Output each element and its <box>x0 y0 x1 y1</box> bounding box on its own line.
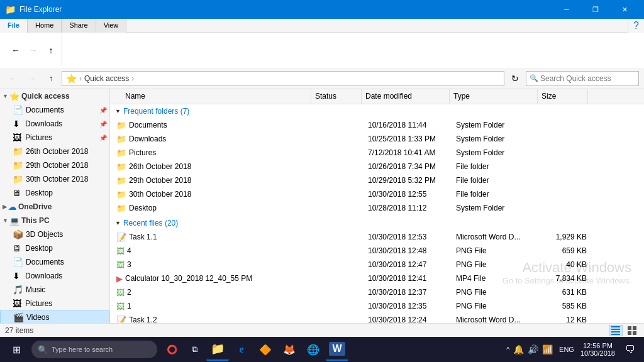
tab-home[interactable]: Home <box>28 19 62 33</box>
sidebar-label-pictures2: Pictures <box>25 299 52 308</box>
taskbar-edge[interactable]: e <box>230 338 253 361</box>
col-header-type[interactable]: Type <box>450 89 538 104</box>
sidebar-section-thispc[interactable]: ▼ 💻 This PC <box>0 214 109 228</box>
file-type: System Folder <box>452 121 540 129</box>
close-button[interactable]: ✕ <box>610 0 639 19</box>
back-button[interactable]: ← <box>8 42 24 58</box>
taskbar-search-label: Type here to search <box>52 346 113 353</box>
col-header-date[interactable]: Date modified <box>362 89 450 104</box>
task-view-button[interactable]: ⧉ <box>184 338 205 361</box>
file-type-icon: 📁 <box>116 190 126 199</box>
tab-view[interactable]: View <box>96 19 127 33</box>
taskbar-search[interactable]: 🔍 Type here to search <box>31 341 157 358</box>
file-name-cell: 📁 26th October 2018 <box>113 162 314 172</box>
view-large-icons-button[interactable] <box>625 325 639 336</box>
tray-volume-icon[interactable]: 🔊 <box>528 344 538 354</box>
list-item[interactable]: 🖼 4 10/30/2018 12:48 PNG File 659 KB <box>110 244 644 258</box>
list-item[interactable]: 🖼 3 10/30/2018 12:47 PNG File 40 KB <box>110 258 644 272</box>
list-item[interactable]: 📁 30th October 2018 10/30/2018 12:55 Fil… <box>110 187 644 201</box>
file-date: 10/16/2018 11:44 <box>364 121 452 129</box>
sidebar-section-onedrive[interactable]: ▶ ☁ OneDrive <box>0 200 109 214</box>
sidebar-item-music[interactable]: 🎵 Music <box>0 283 109 297</box>
tray-notification-icon[interactable]: 🔔 <box>513 344 524 354</box>
tab-file[interactable]: File <box>0 19 28 33</box>
list-item[interactable]: 📁 Documents 10/16/2018 11:44 System Fold… <box>110 118 644 132</box>
sidebar-item-desktop[interactable]: 🖥 Desktop <box>0 186 109 200</box>
sidebar-item-downloads[interactable]: ⬇ Downloads 📌 <box>0 117 109 131</box>
col-header-name[interactable]: Name <box>110 89 311 104</box>
group-expand-icon-recent[interactable]: ▼ <box>115 220 121 226</box>
refresh-button[interactable]: ↻ <box>507 70 523 87</box>
tray-lang[interactable]: ENG <box>559 346 574 353</box>
sidebar-item-pictures2[interactable]: 🖼 Pictures <box>0 297 109 310</box>
sidebar-label-videos: Videos <box>26 313 49 322</box>
taskbar-vlc[interactable]: 🔶 <box>254 338 277 361</box>
sidebar-item-3dobjects[interactable]: 📦 3D Objects <box>0 228 109 241</box>
list-item[interactable]: 🖼 1 10/30/2018 12:35 PNG File 585 KB <box>110 299 644 313</box>
file-date: 10/28/2018 11:12 <box>364 204 452 212</box>
minimize-button[interactable]: ─ <box>552 0 581 19</box>
maximize-button[interactable]: ❐ <box>581 0 610 19</box>
sidebar-item-documents2[interactable]: 📄 Documents <box>0 255 109 269</box>
cortana-button[interactable]: ⭕ <box>161 338 182 361</box>
tray-show-hidden[interactable]: ^ <box>506 346 509 353</box>
search-input[interactable] <box>526 71 639 86</box>
sidebar-item-30oct[interactable]: 📁 30th October 2018 <box>0 172 109 186</box>
status-bar: 27 items <box>0 323 644 337</box>
sidebar-section-quick-access[interactable]: ▼ ⭐ Quick access <box>0 89 109 103</box>
group-expand-icon[interactable]: ▼ <box>115 108 121 114</box>
taskbar-chrome[interactable]: 🌐 <box>302 338 325 361</box>
clock-display[interactable]: 12:56 PM 10/30/2018 <box>577 341 619 358</box>
file-name: 2 <box>127 288 131 297</box>
address-bar: ← → ↑ ⭐ › Quick access › ↻ 🔍 <box>0 68 644 89</box>
list-item[interactable]: 📝 Task 1.2 10/30/2018 12:24 Microsoft Wo… <box>110 313 644 323</box>
file-name-cell: ▶ Calculator 10_30_2018 12_40_55 PM <box>113 274 314 283</box>
folder-icon: 📁 <box>13 146 23 156</box>
help-button[interactable]: ? <box>628 19 644 33</box>
view-details-button[interactable] <box>609 325 623 336</box>
sidebar-item-pictures[interactable]: 🖼 Pictures 📌 <box>0 131 109 145</box>
sidebar-item-videos[interactable]: 🎬 Videos <box>0 310 109 323</box>
sidebar-label-music: Music <box>26 285 45 294</box>
list-item[interactable]: 📝 Task 1.1 10/30/2018 12:53 Microsoft Wo… <box>110 230 644 244</box>
file-name: Task 1.1 <box>129 233 157 241</box>
list-item[interactable]: 📁 Desktop 10/28/2018 11:12 System Folder <box>110 201 644 215</box>
file-type: File folder <box>452 176 540 185</box>
tab-share[interactable]: Share <box>62 19 96 33</box>
start-button[interactable]: ⊞ <box>3 338 30 361</box>
vlc-icon: 🔶 <box>259 344 272 356</box>
nav-up[interactable]: ↑ <box>43 70 59 87</box>
col-header-status[interactable]: Status <box>311 89 362 104</box>
taskbar-firefox[interactable]: 🦊 <box>278 338 301 361</box>
list-item[interactable]: ▶ Calculator 10_30_2018 12_40_55 PM 10/3… <box>110 272 644 285</box>
taskbar-word[interactable]: W <box>326 338 348 361</box>
sidebar-item-documents[interactable]: 📄 Documents 📌 <box>0 103 109 117</box>
group-label-recent[interactable]: Recent files (20) <box>123 219 178 228</box>
sidebar-item-29oct[interactable]: 📁 29th October 2018 <box>0 158 109 172</box>
svg-rect-3 <box>611 334 620 335</box>
sidebar-item-downloads2[interactable]: ⬇ Downloads <box>0 269 109 283</box>
sidebar-item-desktop2[interactable]: 🖥 Desktop <box>0 241 109 255</box>
path-quick-access[interactable]: Quick access <box>84 74 129 83</box>
recent-files-container: 📝 Task 1.1 10/30/2018 12:53 Microsoft Wo… <box>110 230 644 323</box>
list-item[interactable]: 📁 29th October 2018 10/29/2018 5:32 PM F… <box>110 173 644 187</box>
forward-button[interactable]: → <box>25 42 42 58</box>
list-item[interactable]: 📁 Downloads 10/25/2018 1:33 PM System Fo… <box>110 132 644 146</box>
list-item[interactable]: 📁 Pictures 7/12/2018 10:41 AM System Fol… <box>110 146 644 160</box>
file-name: Task 1.2 <box>129 315 157 323</box>
list-item[interactable]: 📁 26th October 2018 10/26/2018 7:34 PM F… <box>110 160 644 173</box>
col-header-size[interactable]: Size <box>538 89 588 104</box>
list-item[interactable]: 🖼 2 10/30/2018 12:37 PNG File 631 KB <box>110 285 644 299</box>
file-type: PNG File <box>452 260 540 269</box>
file-size: 585 KB <box>540 302 591 310</box>
sidebar-item-26oct[interactable]: 📁 26th October 2018 <box>0 145 109 158</box>
taskbar-file-explorer[interactable]: 📁 <box>206 338 229 361</box>
sidebar-label-pictures: Pictures <box>25 133 52 142</box>
file-type: MP4 File <box>452 274 540 283</box>
up-button[interactable]: ↑ <box>43 42 59 58</box>
tray-network-icon[interactable]: 📶 <box>542 344 553 354</box>
notifications-button[interactable]: 🗨 <box>621 338 639 361</box>
group-label-frequent[interactable]: Frequent folders (7) <box>123 107 189 116</box>
sidebar-label-documents2: Documents <box>26 258 64 266</box>
address-path[interactable]: ⭐ › Quick access › <box>62 71 504 86</box>
